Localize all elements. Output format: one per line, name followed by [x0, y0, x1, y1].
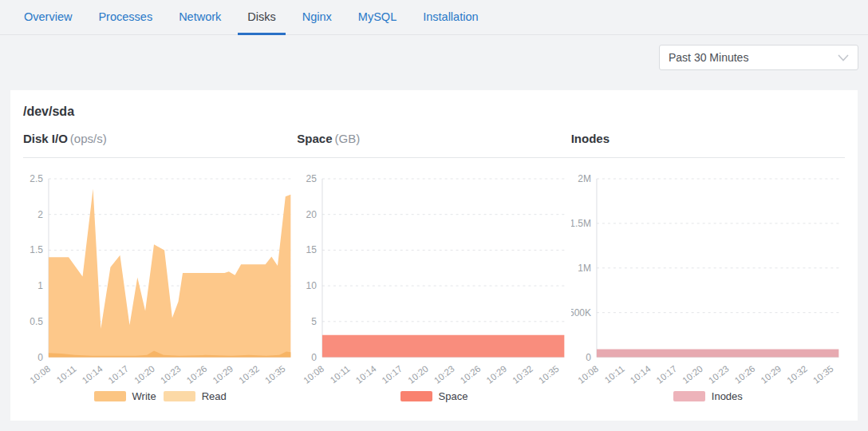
- legend-item-space[interactable]: Space: [400, 390, 468, 402]
- y-tick-label: 1M: [578, 263, 591, 274]
- legend-label: Inodes: [712, 390, 743, 402]
- x-tick-label: 10:17: [381, 364, 404, 386]
- tab-nginx[interactable]: Nginx: [293, 0, 341, 35]
- y-tick-label: 5: [312, 316, 318, 327]
- tab-disks[interactable]: Disks: [238, 0, 285, 35]
- chart-plot-inodes[interactable]: 0500K1M1.5M2M10:0810:1110:1410:1710:2010…: [571, 169, 845, 387]
- x-tick-label: 10:23: [432, 364, 456, 386]
- x-tick-label: 10:14: [354, 363, 378, 386]
- chart-header-disk-io: Disk I/O(ops/s): [23, 129, 297, 158]
- legend-item-write[interactable]: Write: [94, 390, 156, 402]
- x-tick-label: 10:14: [628, 363, 652, 386]
- x-tick-label: 10:29: [211, 364, 235, 386]
- x-tick-label: 10:20: [406, 364, 430, 386]
- area-series-read: [49, 188, 290, 357]
- x-tick-label: 10:23: [159, 364, 183, 386]
- y-tick-label: 2.5: [30, 173, 43, 184]
- y-tick-label: 0.5: [30, 316, 43, 327]
- legend-swatch-icon: [400, 391, 432, 401]
- legend-inodes: Inodes: [571, 390, 845, 402]
- y-tick-label: 1.5: [30, 244, 43, 255]
- x-tick-label: 10:20: [681, 364, 704, 386]
- x-tick-label: 10:23: [707, 364, 731, 386]
- tab-overview[interactable]: Overview: [14, 0, 81, 35]
- chart-space: Space(GB)051015202510:0810:1110:1410:171…: [297, 129, 570, 402]
- y-tick-label: 0: [37, 352, 43, 363]
- chart-title: Inodes: [571, 132, 610, 145]
- x-tick-label: 10:14: [81, 363, 105, 386]
- legend-label: Write: [132, 390, 156, 402]
- panel-title: /dev/sda: [23, 105, 845, 119]
- chart-inodes: Inodes0500K1M1.5M2M10:0810:1110:1410:171…: [571, 129, 845, 402]
- y-tick-label: 500K: [571, 307, 591, 318]
- y-tick-label: 15: [306, 244, 318, 255]
- y-tick-label: 2: [37, 209, 43, 220]
- x-tick-label: 10:08: [576, 364, 600, 386]
- chart-header-inodes: Inodes: [571, 129, 845, 158]
- x-tick-label: 10:35: [811, 364, 834, 386]
- legend-space: Space: [297, 390, 570, 402]
- tab-mysql[interactable]: MySQL: [349, 0, 406, 35]
- x-tick-label: 10:35: [537, 364, 561, 386]
- x-tick-label: 10:20: [132, 364, 156, 386]
- charts-row: Disk I/O(ops/s)00.511.522.510:0810:1110:…: [23, 129, 845, 402]
- y-tick-label: 1: [37, 280, 43, 291]
- disk-panel: /dev/sda Disk I/O(ops/s)00.511.522.510:0…: [10, 90, 858, 421]
- x-tick-label: 10:11: [602, 364, 625, 386]
- chart-disk-io: Disk I/O(ops/s)00.511.522.510:0810:1110:…: [23, 129, 297, 402]
- tab-network[interactable]: Network: [169, 0, 231, 35]
- tab-processes[interactable]: Processes: [89, 0, 162, 35]
- x-tick-label: 10:17: [654, 364, 678, 386]
- x-tick-label: 10:11: [55, 364, 78, 386]
- x-tick-label: 10:08: [302, 364, 326, 386]
- x-tick-label: 10:17: [106, 364, 130, 386]
- x-tick-label: 10:35: [263, 364, 287, 386]
- chart-unit: (GB): [335, 132, 361, 145]
- x-tick-label: 10:08: [28, 364, 52, 386]
- x-tick-label: 10:32: [237, 364, 261, 386]
- legend-label: Space: [439, 390, 468, 402]
- chart-header-space: Space(GB): [297, 129, 570, 158]
- time-range-value: Past 30 Minutes: [669, 51, 748, 64]
- legend-swatch-icon: [164, 391, 195, 401]
- x-tick-label: 10:32: [785, 364, 809, 386]
- tab-installation[interactable]: Installation: [413, 0, 487, 35]
- toolbar: Past 30 Minutes: [0, 35, 868, 70]
- legend-item-read[interactable]: Read: [164, 390, 227, 402]
- legend-swatch-icon: [94, 391, 126, 401]
- legend-swatch-icon: [673, 391, 705, 401]
- time-range-select[interactable]: Past 30 Minutes: [659, 45, 858, 70]
- chevron-down-icon: [838, 54, 849, 61]
- legend-disk-io: WriteRead: [23, 390, 297, 402]
- y-tick-label: 0: [586, 352, 591, 363]
- area-series-inodes: [597, 349, 838, 357]
- x-tick-label: 10:29: [759, 364, 783, 386]
- y-tick-label: 0: [312, 352, 318, 363]
- x-tick-label: 10:26: [459, 364, 483, 386]
- chart-title: Space: [297, 132, 332, 145]
- tab-bar: OverviewProcessesNetworkDisksNginxMySQLI…: [0, 0, 868, 35]
- area-series-space: [322, 335, 564, 358]
- legend-item-inodes[interactable]: Inodes: [673, 390, 743, 402]
- y-tick-label: 2M: [578, 173, 591, 184]
- x-tick-label: 10:26: [185, 364, 209, 386]
- x-tick-label: 10:29: [485, 364, 509, 386]
- x-tick-label: 10:11: [329, 364, 352, 386]
- y-tick-label: 1.5M: [571, 218, 591, 229]
- chart-plot-disk-io[interactable]: 00.511.522.510:0810:1110:1410:1710:2010:…: [23, 169, 297, 387]
- x-tick-label: 10:26: [732, 364, 756, 386]
- chart-title: Disk I/O: [23, 132, 68, 145]
- chart-plot-space[interactable]: 051015202510:0810:1110:1410:1710:2010:23…: [297, 169, 570, 387]
- y-tick-label: 25: [306, 173, 318, 184]
- x-tick-label: 10:32: [511, 364, 535, 386]
- chart-unit: (ops/s): [70, 132, 107, 145]
- y-tick-label: 10: [306, 280, 318, 291]
- legend-label: Read: [202, 390, 227, 402]
- y-tick-label: 20: [306, 209, 318, 220]
